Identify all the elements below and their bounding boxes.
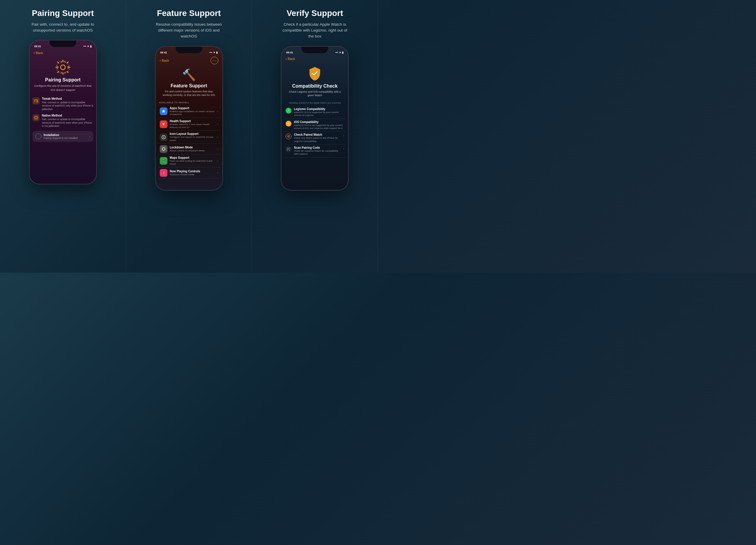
check-paired-title: Check Paired Watch [294, 133, 341, 136]
svg-point-0 [56, 61, 69, 74]
ios-compat-item: + iOS Compatibility watchOS 10.0 is not … [284, 119, 346, 132]
legizmo-compat-desc: watchOS 10.0 is supported by your curren… [294, 111, 344, 117]
icon-layout-desc: Configure icon layout on watchOS 10 and … [170, 136, 215, 142]
ios-compat-desc: watchOS 10.0 is not supported by your cu… [294, 124, 344, 130]
installation-row[interactable]: Installation Pairing Support is not inst… [32, 131, 93, 142]
legizmo-compat-badge: ✓ [286, 108, 291, 114]
scan-pairing-item[interactable]: Scan Pairing Code Check an unpaired Watc… [284, 145, 346, 158]
ios-compat-badge: + [286, 121, 291, 127]
back-button-3[interactable]: ‹ Back [286, 57, 295, 61]
wifi-icon-3: ▾ [339, 51, 341, 54]
status-bar-3: 09:41 ••• ▾ ▮ [281, 47, 348, 56]
verify-column: Verify Support Check if a particular App… [252, 0, 378, 272]
wifi-icon: ▾ [87, 45, 89, 48]
maps-support-icon: 📍 [160, 157, 167, 165]
phone1-app-title: Pairing Support [45, 77, 81, 83]
shield-icon [307, 66, 322, 81]
tweak-icon [32, 97, 40, 105]
svg-rect-12 [289, 150, 290, 151]
phone2-app-title: Feature Support [171, 83, 207, 89]
native-desc: Pair, connect or update to incompatible … [42, 118, 93, 128]
status-icons-2: ••• ▾ ▮ [209, 51, 217, 54]
feature-list: Apps Support Enables app installation on… [156, 105, 222, 179]
health-support-icon: ♥ [160, 120, 167, 128]
feature-title: Feature Support [157, 9, 221, 18]
install-circle-icon [35, 133, 41, 139]
scan-pairing-chevron: › [343, 147, 344, 150]
svg-rect-9 [287, 148, 288, 149]
phone1-hero: Pairing Support Configure the use of ver… [30, 57, 96, 97]
nav-bar-3: ‹ Back [281, 56, 348, 63]
now-playing-title: Now Playing Controls [170, 170, 215, 173]
svg-rect-11 [287, 150, 288, 151]
health-support-chevron: › [217, 123, 218, 126]
svg-point-5 [163, 137, 164, 138]
now-playing-item[interactable]: ♪ Now Playing Controls Restores remote m… [158, 168, 220, 179]
apps-support-chevron: › [217, 110, 218, 113]
apps-support-desc: Enables app installation on newer versio… [170, 110, 215, 116]
install-chevron-icon: › [89, 135, 90, 138]
health-support-title: Health Support [170, 120, 215, 123]
legizmo-compat-title: Legizmo Compatibility [294, 107, 344, 111]
maps-support-title: Maps Support [170, 156, 215, 159]
signal-icon-2: ••• [209, 51, 212, 54]
time-1: 09:41 [34, 45, 41, 48]
tweak-title: Tweak Method [42, 97, 93, 100]
back-button-1[interactable]: ‹ Back [34, 50, 43, 55]
apps-support-title: Apps Support [170, 107, 215, 110]
lockdown-mode-item[interactable]: Lockdown Mode Allows control of Lockdown… [158, 144, 220, 155]
svg-point-8 [288, 136, 289, 137]
back-label-3: Back [288, 57, 295, 61]
maps-support-chevron: › [217, 159, 218, 163]
back-button-2[interactable]: ‹ Back [160, 58, 169, 63]
icon-layout-icon [160, 133, 167, 141]
feature-subtitle: Resolve compatibility issues between dif… [154, 22, 224, 40]
back-label-2: Back [162, 59, 169, 62]
scan-pairing-badge [286, 146, 291, 152]
now-playing-desc: Restores remote media [170, 173, 215, 176]
battery-icon-3: ▮ [342, 51, 343, 54]
time-2: 09:41 [160, 51, 167, 54]
tweak-desc: Pair, connect or update to incompatible … [42, 101, 93, 111]
back-label-1: Back [36, 51, 43, 55]
signal-icon: ••• [83, 45, 86, 48]
feature-phone: 09:41 ••• ▾ ▮ ‹ Back ··· 🔨 [155, 46, 223, 191]
battery-icon-2: ▮ [216, 51, 218, 54]
phone2-app-desc: Fix and control system features that sto… [160, 90, 218, 97]
scan-pairing-desc: Check an unpaired Watch for compatibilit… [294, 150, 341, 156]
signal-icon-3: ••• [335, 51, 338, 54]
feature-column: Feature Support Resolve compatibility is… [126, 0, 252, 272]
verify-screen: 09:41 ••• ▾ ▮ ‹ Back [281, 47, 348, 190]
nav-bar-2: ‹ Back ··· [156, 56, 222, 66]
verify-subtitle: Check if a particular Apple Watch is com… [279, 22, 350, 40]
apps-support-item[interactable]: Apps Support Enables app installation on… [158, 105, 220, 118]
svg-rect-1 [32, 97, 40, 105]
lockdown-mode-title: Lockdown Mode [170, 146, 215, 149]
check-paired-chevron: › [343, 134, 344, 137]
ellipsis-icon: ··· [213, 58, 216, 63]
native-method-item: Native Method Pair, connect or update to… [32, 114, 93, 128]
battery-icon: ▮ [90, 45, 92, 48]
icon-layout-item[interactable]: Icon Layout Support Configure icon layou… [158, 131, 220, 144]
pairing-title: Pairing Support [32, 9, 94, 18]
maps-support-item[interactable]: 📍 Maps Support Fixes on-wrist routing fo… [158, 155, 220, 168]
native-title: Native Method [42, 114, 93, 117]
hammer-icon: 🔨 [182, 68, 196, 81]
back-chevron-3: ‹ [286, 57, 287, 61]
more-options-button[interactable]: ··· [211, 57, 218, 64]
check-paired-item[interactable]: Check Paired Watch Check any Watch paire… [284, 132, 346, 145]
status-bar-2: 09:41 ••• ▾ ▮ [156, 47, 222, 56]
phone1-app-desc: Configure the use of versions of watchOS… [34, 84, 92, 92]
verify-title: Verify Support [286, 9, 343, 18]
phone1-items-list: Tweak Method Pair, connect or update to … [30, 97, 96, 128]
maps-support-desc: Fixes on-wrist routing for watchOS 9 and… [170, 160, 215, 166]
check-paired-desc: Check any Watch paired to this iPhone fo… [294, 137, 341, 143]
now-playing-icon: ♪ [160, 169, 167, 177]
pairing-column: Pairing Support Pair with, connect to, a… [0, 0, 126, 272]
pairing-phone: 09:41 ••• ▾ ▮ ‹ Back [29, 40, 97, 185]
lockdown-mode-desc: Allows control of Lockdown Mode [170, 149, 215, 152]
status-icons-1: ••• ▾ ▮ [83, 45, 91, 48]
health-support-item[interactable]: ♥ Health Support Enables watchOS 7 and n… [158, 118, 220, 131]
phone2-hero: 🔨 Feature Support Fix and control system… [156, 66, 222, 101]
back-chevron-1: ‹ [34, 50, 35, 55]
